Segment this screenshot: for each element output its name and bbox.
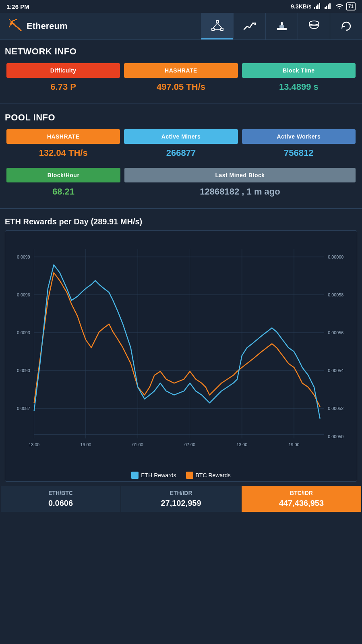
block-hour-cell: Block/Hour 68.21: [5, 166, 122, 203]
status-bar: 1:26 PM 9.3KB/s 71: [0, 0, 362, 13]
active-workers-cell: Active Workers 756812: [240, 127, 357, 165]
block-time-label: Block Time: [242, 63, 356, 78]
eth-btc-cell: ETH/BTC 0.0606: [1, 486, 120, 512]
brand: ⛏ Ethereum: [0, 13, 201, 39]
tab-network[interactable]: [201, 13, 233, 39]
svg-text:0.00056: 0.00056: [328, 330, 343, 335]
difficulty-value: 6.73 P: [49, 78, 78, 96]
svg-rect-5: [326, 6, 327, 9]
active-workers-value: 756812: [282, 144, 315, 162]
chart-svg: 0.0099 0.0096 0.0093 0.0090 0.0087 0.000…: [8, 235, 354, 468]
eth-btc-value: 0.0606: [48, 499, 73, 508]
svg-rect-4: [325, 7, 326, 9]
pool-bottom-row: Block/Hour 68.21 Last Mined Block 128681…: [5, 166, 357, 203]
svg-text:13:00: 13:00: [29, 442, 39, 447]
active-workers-label: Active Workers: [242, 129, 356, 144]
pool-hashrate-cell: HASHRATE 132.04 TH/s: [5, 127, 122, 165]
chart-area: 0.0099 0.0096 0.0093 0.0090 0.0087 0.000…: [8, 235, 354, 468]
last-mined-label: Last Mined Block: [124, 168, 356, 182]
svg-rect-2: [317, 4, 319, 9]
svg-text:0.00050: 0.00050: [328, 434, 343, 439]
legend-eth-label: ETH Rewards: [141, 472, 176, 478]
svg-rect-15: [279, 25, 284, 28]
tab-earnings[interactable]: [298, 13, 330, 39]
status-time: 1:26 PM: [6, 3, 29, 10]
price-bar: ETH/BTC 0.0606 ETH/IDR 27,102,959 BTC/ID…: [0, 485, 362, 513]
active-miners-label: Active Miners: [124, 129, 238, 144]
svg-text:0.0093: 0.0093: [17, 330, 30, 335]
svg-text:13:00: 13:00: [236, 442, 247, 447]
active-miners-value: 266877: [165, 144, 197, 162]
btc-color-box: [186, 472, 193, 479]
btc-idr-cell: BTC/IDR 447,436,953: [242, 486, 361, 512]
svg-text:19:00: 19:00: [80, 442, 91, 447]
svg-rect-16: [281, 22, 283, 25]
tab-mining[interactable]: [265, 13, 298, 39]
last-mined-cell: Last Mined Block 12868182 , 1 m ago: [123, 166, 357, 203]
svg-rect-0: [314, 7, 315, 9]
tab-chart[interactable]: [233, 13, 265, 39]
active-miners-cell: Active Miners 266877: [122, 127, 239, 165]
eth-idr-value: 27,102,959: [161, 499, 201, 508]
divider2: [0, 208, 362, 209]
battery-icon: 71: [346, 2, 356, 10]
difficulty-cell: Difficulty 6.73 P: [5, 61, 122, 99]
pool-info-section: POOL INFO HASHRATE 132.04 TH/s Active Mi…: [0, 106, 362, 207]
network-info-grid: Difficulty 6.73 P HASHRATE 497.05 TH/s B…: [5, 61, 357, 99]
last-mined-value: 12868182 , 1 m ago: [198, 182, 281, 201]
block-hour-label: Block/Hour: [6, 168, 120, 182]
svg-rect-14: [277, 28, 287, 30]
svg-rect-3: [319, 3, 320, 9]
app-icon: ⛏: [8, 18, 23, 35]
pool-hashrate-label: HASHRATE: [6, 129, 120, 144]
network-speed: 9.3KB/s: [291, 3, 311, 10]
eth-btc-label: ETH/BTC: [48, 490, 73, 496]
chart-container: 0.0099 0.0096 0.0093 0.0090 0.0087 0.000…: [5, 230, 357, 482]
battery-value: 71: [348, 4, 354, 9]
svg-text:19:00: 19:00: [289, 442, 300, 447]
legend-eth: ETH Rewards: [131, 472, 176, 479]
wifi-icon: [335, 3, 344, 10]
svg-line-11: [213, 23, 217, 28]
difficulty-label: Difficulty: [6, 63, 120, 78]
network-hashrate-label: HASHRATE: [124, 63, 238, 78]
signal-icon: [314, 3, 322, 10]
tab-refresh[interactable]: [330, 13, 362, 39]
nav-tabs: [201, 13, 362, 39]
svg-text:0.0096: 0.0096: [17, 292, 30, 297]
legend-btc-label: BTC Rewards: [196, 472, 231, 478]
network-info-section: NETWORK INFO Difficulty 6.73 P HASHRATE …: [0, 40, 362, 102]
eth-idr-label: ETH/IDR: [170, 490, 192, 496]
status-right: 9.3KB/s 71: [291, 2, 356, 10]
svg-text:01:00: 01:00: [132, 442, 143, 447]
btc-idr-value: 447,436,953: [279, 499, 324, 508]
network-hashrate-value: 497.05 TH/s: [155, 78, 207, 96]
eth-idr-cell: ETH/IDR 27,102,959: [121, 486, 241, 512]
svg-rect-10: [221, 28, 223, 31]
pool-top-row: HASHRATE 132.04 TH/s Active Miners 26687…: [5, 127, 357, 165]
app-header: ⛏ Ethereum: [0, 13, 362, 40]
svg-rect-6: [328, 4, 329, 9]
chart-legend: ETH Rewards BTC Rewards: [8, 472, 354, 479]
legend-btc: BTC Rewards: [186, 472, 231, 479]
svg-text:0.00054: 0.00054: [328, 368, 343, 373]
svg-text:0.0090: 0.0090: [17, 368, 30, 373]
eth-color-box: [131, 472, 139, 479]
svg-text:0.00052: 0.00052: [328, 406, 343, 411]
svg-rect-9: [212, 28, 214, 31]
svg-text:0.00060: 0.00060: [328, 255, 343, 259]
signal2-icon: [325, 3, 333, 10]
btc-idr-label: BTC/IDR: [290, 490, 313, 496]
svg-rect-1: [316, 6, 317, 9]
svg-rect-8: [216, 21, 219, 23]
svg-point-17: [309, 21, 319, 25]
network-info-title: NETWORK INFO: [5, 46, 357, 57]
block-time-value: 13.4899 s: [277, 78, 320, 96]
divider1: [0, 104, 362, 104]
app-title: Ethereum: [27, 21, 67, 31]
block-time-cell: Block Time 13.4899 s: [240, 61, 357, 99]
svg-text:0.0099: 0.0099: [17, 255, 30, 259]
svg-text:0.00058: 0.00058: [328, 292, 343, 297]
pool-hashrate-value: 132.04 TH/s: [37, 144, 89, 162]
pool-info-title: POOL INFO: [5, 112, 357, 123]
